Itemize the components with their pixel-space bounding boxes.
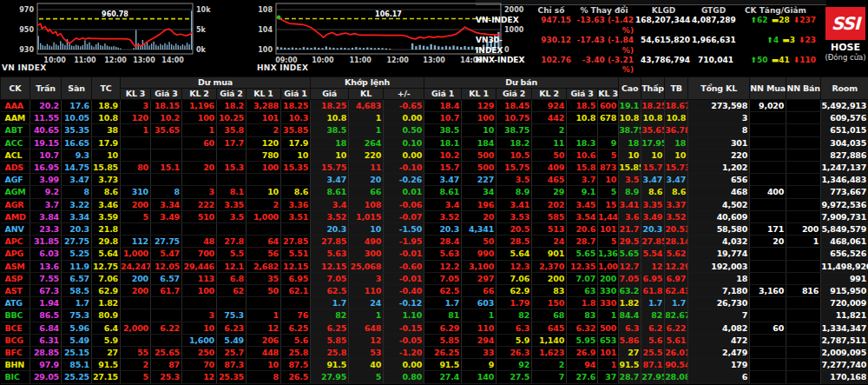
ticker-cell[interactable]: ACL xyxy=(1,149,30,161)
table-row[interactable]: BBC86.575.380.9375.31768211.108118268831… xyxy=(1,309,868,322)
table-row[interactable]: ACL10.79.31078010102200.0010.250010.5501… xyxy=(1,149,868,161)
col-header-tong-kl[interactable]: Tổng KL xyxy=(688,77,750,100)
table-row[interactable]: ATG1.941.71.821.724-0.121.76031.791501.8… xyxy=(1,297,868,309)
cell-match-gia: 7.05 xyxy=(311,272,349,284)
cell-buy-gia3 xyxy=(151,309,182,322)
cell-sell-kl3: 1,000 xyxy=(598,260,619,272)
col-header-buy-kl2[interactable]: KL 2 xyxy=(182,89,217,100)
col-header-buy-gia1[interactable]: Giá 1 xyxy=(281,89,311,100)
table-row[interactable]: BCE6.845.966.42,0006.22106.23126.256.256… xyxy=(1,322,868,334)
col-header-ck[interactable]: CK xyxy=(1,77,30,100)
table-row[interactable]: AMD3.843.343.5953.495103.51,0003.513.521… xyxy=(1,210,868,222)
table-row[interactable]: AGF3.993.473.733.4720-0.263.472273.54653… xyxy=(1,174,868,186)
table-row[interactable]: AST67.358.562.920061.7100625062.162.5110… xyxy=(1,285,868,297)
col-header-nn-ban[interactable]: NN Bán xyxy=(786,77,821,100)
table-row[interactable]: APG6.035.255.641,0005.477005.5565.515.63… xyxy=(1,248,868,260)
col-header-match-kl[interactable]: KL xyxy=(349,89,384,100)
cell-buy-gia2: 3.5 xyxy=(217,210,247,222)
ticker-cell[interactable]: AAA xyxy=(1,100,30,112)
table-row[interactable]: BHN97.985.191.52877087.31087.591.5400.00… xyxy=(1,359,868,371)
flat-dash-icon: ▬3 xyxy=(782,36,795,44)
col-header-tc[interactable]: TC xyxy=(92,77,121,100)
col-header-thap[interactable]: Thấp xyxy=(641,77,665,100)
cell-buy-kl3 xyxy=(121,149,151,161)
table-row[interactable]: ANV23.320.321.820.310-1.5020.34,34120.55… xyxy=(1,223,868,236)
index-name[interactable]: VN-INDEX xyxy=(476,16,529,36)
ticker-cell[interactable]: BHN xyxy=(1,359,30,371)
cell-sell-kl2: 1,140 xyxy=(532,334,567,346)
col-header-cao[interactable]: Cao xyxy=(619,77,641,100)
col-header-buy-kl1[interactable]: KL 1 xyxy=(247,89,281,100)
cell-buy-kl3: 120 xyxy=(121,112,151,124)
cell-match-chg: -0.60 xyxy=(384,260,424,272)
col-header-buy-gia3[interactable]: Giá 3 xyxy=(151,89,182,100)
table-row[interactable]: BCG6.315.495.91,6005.492065.65.8512-0.05… xyxy=(1,334,868,346)
table-row[interactable]: ADS16.9514.7515.858015.12015.310015.3515… xyxy=(1,162,868,174)
col-header-tb[interactable]: TB xyxy=(665,77,688,100)
ticker-cell[interactable]: APC xyxy=(1,236,30,248)
index-change: -13.63 (-1.42 %) xyxy=(573,16,635,36)
ticker-cell[interactable]: BFC xyxy=(1,347,30,359)
ticker-cell[interactable]: ADS xyxy=(1,162,30,174)
table-row[interactable]: AGM9.288.6310838.1108.68.61660.018.61348… xyxy=(1,186,868,198)
cell-sell-kl2: 2 xyxy=(532,124,567,136)
table-row[interactable]: BIC29.0525.2527.15525.31225.35826.527.95… xyxy=(1,371,868,383)
col-header-sell-kl2[interactable]: KL 2 xyxy=(532,89,567,100)
ticker-cell[interactable]: AST xyxy=(1,285,30,297)
ticker-cell[interactable]: BIC xyxy=(1,371,30,383)
table-row[interactable]: ASP7.556.577.062006.571136.8356.957.053-… xyxy=(1,272,868,284)
cell-buy-kl2: 70 xyxy=(182,359,217,371)
ticker-cell[interactable]: AMD xyxy=(1,210,30,222)
cell-match-gia: 82 xyxy=(311,309,349,322)
cell-cao: 21.7 xyxy=(619,223,641,236)
col-header-nn-mua[interactable]: NN Mua xyxy=(750,77,786,100)
cell-buy-gia2: 8.1 xyxy=(217,186,247,198)
table-row[interactable]: AAA20.217.618.9318.151,19618.23,28818.25… xyxy=(1,100,868,112)
col-header-san[interactable]: Sàn xyxy=(62,77,92,100)
ticker-cell[interactable]: APG xyxy=(1,248,30,260)
cell-tong-kl: 656 xyxy=(688,174,750,186)
col-header-sell-kl3[interactable]: KL 3 xyxy=(598,89,619,100)
svg-text:106.17: 106.17 xyxy=(375,10,402,18)
ticker-cell[interactable]: BCG xyxy=(1,334,30,346)
col-header-sell-gia3[interactable]: Giá 3 xyxy=(567,89,598,100)
table-row[interactable]: ASM13.611.912.7524,24712.0529,44612.12,6… xyxy=(1,260,868,272)
ticker-cell[interactable]: AAM xyxy=(1,112,30,124)
ticker-cell[interactable]: BBC xyxy=(1,309,30,322)
svg-text:970: 970 xyxy=(19,6,34,14)
ticker-cell[interactable]: AGF xyxy=(1,174,30,186)
col-header-buy-kl3[interactable]: KL 3 xyxy=(121,89,151,100)
col-header-match-chg[interactable]: +/- xyxy=(384,89,424,100)
ticker-cell[interactable]: ABT xyxy=(1,124,30,136)
ticker-cell[interactable]: BCE xyxy=(1,322,30,334)
ticker-cell[interactable]: ASM xyxy=(1,260,30,272)
col-header-sell-gia1[interactable]: Giá 1 xyxy=(424,89,462,100)
cell-tb: 20.53 xyxy=(665,223,688,236)
ticker-cell[interactable]: AGM xyxy=(1,186,30,198)
col-header-sell-gia2[interactable]: Giá 2 xyxy=(496,89,532,100)
col-header-match-gia[interactable]: Giá xyxy=(311,89,349,100)
cell-buy-kl2: 700 xyxy=(182,248,217,260)
table-row[interactable]: AGR3.73.223.462003.342223.3523.363.4108-… xyxy=(1,198,868,210)
ticker-cell[interactable]: ACC xyxy=(1,136,30,149)
index-name[interactable]: HNX-INDEX xyxy=(476,56,529,76)
table-row[interactable]: APC31.8527.7529.811227.754827.86427.8527… xyxy=(1,236,868,248)
cell-buy-kl1: 1 xyxy=(247,309,281,322)
col-header-room[interactable]: Room xyxy=(821,77,868,100)
ticker-cell[interactable]: ANV xyxy=(1,223,30,236)
cell-nn-mua xyxy=(750,198,786,210)
table-row[interactable]: ACC19.1516.6517.96017.712017.9182640.101… xyxy=(1,136,868,149)
table-row[interactable]: BFC28.8525.15275525.6525025.744825.825.8… xyxy=(1,347,868,359)
ssi-logo[interactable]: SSI xyxy=(825,7,865,40)
ticker-cell[interactable]: AGR xyxy=(1,198,30,210)
ticker-cell[interactable]: ATG xyxy=(1,297,30,309)
table-row[interactable]: ABT40.6535.3538135.65135.8235.8538.510.5… xyxy=(1,124,868,136)
ticker-cell[interactable]: ASP xyxy=(1,272,30,284)
cell-sell-gia3: 5.95 xyxy=(567,334,598,346)
index-name[interactable]: VN30-INDEX xyxy=(476,36,529,56)
svg-text:104: 104 xyxy=(258,26,273,34)
col-header-buy-gia2[interactable]: Giá 2 xyxy=(217,89,247,100)
table-row[interactable]: AAM11.5510.0510.812010.210010.2510110.31… xyxy=(1,112,868,124)
col-header-sell-kl1[interactable]: KL 1 xyxy=(462,89,496,100)
col-header-tran[interactable]: Trần xyxy=(30,77,62,100)
